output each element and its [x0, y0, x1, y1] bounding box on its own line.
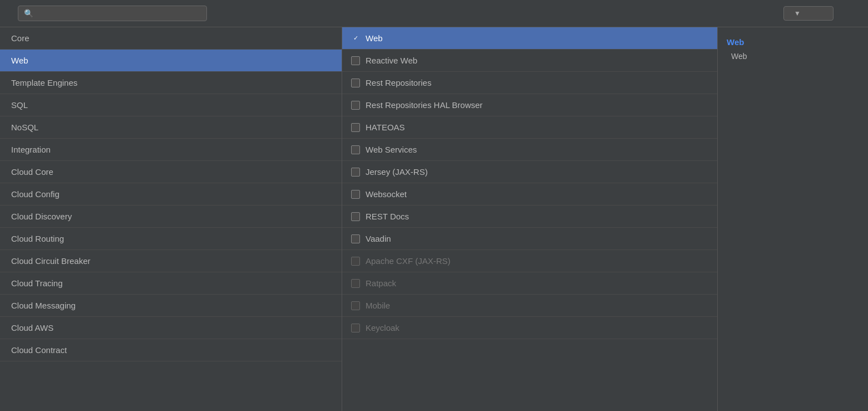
sidebar-item-web[interactable]: Web	[0, 50, 342, 72]
search-icon: 🔍	[24, 9, 33, 18]
sidebar-item-cloud-routing[interactable]: Cloud Routing	[0, 228, 342, 250]
dep-item-keycloak[interactable]: Keycloak	[342, 317, 717, 339]
dep-label-keycloak: Keycloak	[366, 323, 400, 332]
dependency-list: ✓WebReactive WebRest RepositoriesRest Re…	[342, 27, 718, 411]
selected-dep-item: Web	[727, 50, 859, 62]
dep-item-rest-docs[interactable]: REST Docs	[342, 206, 717, 228]
sidebar-item-cloud-messaging[interactable]: Cloud Messaging	[0, 295, 342, 317]
sidebar-item-cloud-aws[interactable]: Cloud AWS	[0, 317, 342, 339]
dep-item-vaadin[interactable]: Vaadin	[342, 228, 717, 250]
checkbox-hateoas[interactable]	[351, 123, 360, 132]
checkbox-keycloak[interactable]	[351, 324, 360, 332]
sidebar-item-nosql[interactable]: NoSQL	[0, 116, 342, 139]
sidebar-item-integration[interactable]: Integration	[0, 139, 342, 161]
dep-item-reactive-web[interactable]: Reactive Web	[342, 50, 717, 72]
checkbox-rest-repositories-hal-browser[interactable]	[351, 101, 360, 110]
dep-label-rest-repositories: Rest Repositories	[366, 78, 431, 87]
spring-boot-dropdown[interactable]: ▼	[783, 6, 834, 21]
checkbox-web-services[interactable]	[351, 145, 360, 154]
checkbox-websocket[interactable]	[351, 190, 360, 199]
selected-dep-group-web: Web	[727, 37, 859, 47]
checkbox-vaadin[interactable]	[351, 234, 360, 243]
spring-boot-section: ▼	[778, 6, 834, 21]
checkbox-rest-repositories[interactable]	[351, 79, 360, 87]
dep-label-vaadin: Vaadin	[366, 234, 391, 243]
checkbox-ratpack[interactable]	[351, 279, 360, 288]
sidebar-item-cloud-tracing[interactable]: Cloud Tracing	[0, 272, 342, 295]
sidebar-item-cloud-contract[interactable]: Cloud Contract	[0, 339, 342, 361]
dep-label-apache-cxf-jax-rs: Apache CXF (JAX-RS)	[366, 256, 451, 266]
dep-item-ratpack[interactable]: Ratpack	[342, 272, 717, 295]
dep-label-rest-repositories-hal-browser: Rest Repositories HAL Browser	[366, 100, 482, 110]
dep-label-ratpack: Ratpack	[366, 278, 396, 288]
search-input[interactable]	[38, 9, 201, 18]
checkbox-jersey-jax-rs[interactable]	[351, 168, 360, 177]
dep-label-reactive-web: Reactive Web	[366, 56, 417, 65]
sidebar-item-cloud-circuit-breaker[interactable]: Cloud Circuit Breaker	[0, 250, 342, 272]
chevron-down-icon: ▼	[794, 9, 801, 17]
dep-item-web[interactable]: ✓Web	[342, 27, 717, 50]
dep-label-hateoas: HATEOAS	[366, 123, 405, 132]
dep-item-hateoas[interactable]: HATEOAS	[342, 116, 717, 139]
dep-item-jersey-jax-rs[interactable]: Jersey (JAX-RS)	[342, 161, 717, 183]
checkbox-apache-cxf-jax-rs[interactable]	[351, 257, 360, 266]
dep-item-web-services[interactable]: Web Services	[342, 139, 717, 161]
checkbox-mobile[interactable]	[351, 301, 360, 310]
checkbox-rest-docs[interactable]	[351, 212, 360, 221]
selected-dependencies-panel: WebWeb	[718, 27, 868, 411]
checkbox-reactive-web[interactable]	[351, 56, 360, 65]
dep-label-web-services: Web Services	[366, 145, 417, 154]
checkbox-web[interactable]: ✓	[351, 34, 360, 43]
dep-label-rest-docs: REST Docs	[366, 212, 409, 221]
dep-item-mobile[interactable]: Mobile	[342, 295, 717, 317]
dep-label-mobile: Mobile	[366, 301, 390, 310]
dep-item-apache-cxf-jax-rs[interactable]: Apache CXF (JAX-RS)	[342, 250, 717, 272]
sidebar-item-cloud-discovery[interactable]: Cloud Discovery	[0, 206, 342, 228]
dep-label-web: Web	[366, 33, 383, 43]
sidebar-item-core[interactable]: Core	[0, 27, 342, 50]
header: 🔍 ▼	[0, 0, 868, 27]
sidebar-item-cloud-core[interactable]: Cloud Core	[0, 161, 342, 183]
sidebar-item-template-engines[interactable]: Template Engines	[0, 72, 342, 94]
dep-label-jersey-jax-rs: Jersey (JAX-RS)	[366, 167, 428, 177]
sidebar-item-cloud-config[interactable]: Cloud Config	[0, 183, 342, 206]
main-content: CoreWebTemplate EnginesSQLNoSQLIntegrati…	[0, 27, 868, 411]
dep-item-websocket[interactable]: Websocket	[342, 183, 717, 206]
dep-label-websocket: Websocket	[366, 189, 407, 199]
sidebar-item-sql[interactable]: SQL	[0, 94, 342, 116]
category-list: CoreWebTemplate EnginesSQLNoSQLIntegrati…	[0, 27, 342, 411]
dep-item-rest-repositories-hal-browser[interactable]: Rest Repositories HAL Browser	[342, 94, 717, 116]
search-box[interactable]: 🔍	[18, 6, 207, 21]
dep-item-rest-repositories[interactable]: Rest Repositories	[342, 72, 717, 94]
